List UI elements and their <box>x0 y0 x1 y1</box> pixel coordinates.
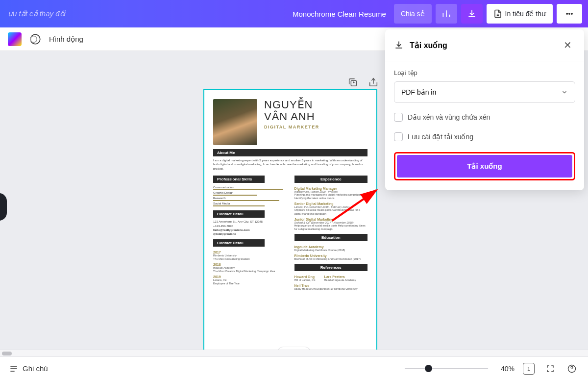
share-button[interactable]: Chia sẻ <box>394 4 432 24</box>
edu-desc: Digital Marketing Certificate Course (20… <box>294 249 368 252</box>
ref-role: HR of Larana, Inc <box>294 279 316 282</box>
canvas-page[interactable]: NGUYỄNVÂN ANH DIGITAL MARKETER About Me … <box>203 89 377 356</box>
award-year: 2019 <box>213 275 287 279</box>
panel-title: Tải xuống <box>410 41 554 50</box>
fullscreen-icon <box>546 364 555 373</box>
award-desc: The Most Creative Digital Marketing Camp… <box>213 270 287 273</box>
chart-icon <box>441 9 451 19</box>
job-desc: Organize all social media posts Contribu… <box>294 208 368 215</box>
job-desc: Help organize all social media posts Hel… <box>294 224 368 231</box>
horizontal-scrollbar[interactable] <box>0 350 588 356</box>
document-icon <box>493 9 502 18</box>
close-button[interactable]: ✕ <box>560 37 575 53</box>
edu-desc: Bachelor of Art in Marketing and Communi… <box>294 257 368 261</box>
skill-item: Social Media <box>213 202 287 206</box>
award-year: 2017 <box>213 251 287 254</box>
download-highlight: Tải xuống <box>394 152 575 180</box>
section-references: References <box>294 264 368 271</box>
section-about: About Me <box>213 149 368 156</box>
help-icon <box>567 364 577 374</box>
skill-item: Research <box>213 197 287 201</box>
ref-name: Howard Ong <box>294 275 316 279</box>
checkbox-icon <box>394 132 403 141</box>
chevron-down-icon <box>561 89 568 96</box>
side-panel-handle[interactable] <box>0 193 7 221</box>
svg-point-0 <box>30 34 40 44</box>
notes-icon <box>9 364 19 374</box>
export-page-button[interactable] <box>367 76 380 89</box>
print-button[interactable]: In tiêu đề thư <box>487 4 553 24</box>
award-org: Larana, Inc <box>213 279 287 282</box>
analytics-button[interactable] <box>436 4 457 24</box>
download-submit-button[interactable]: Tải xuống <box>397 155 572 177</box>
filetype-label: Loại tệp <box>394 69 575 76</box>
section-contact: Contact Detail <box>213 210 265 218</box>
fullscreen-button[interactable] <box>543 361 558 376</box>
section-contact2: Contact Detail <box>213 239 265 247</box>
contact-line: +123-456-7890 <box>213 224 287 228</box>
resume-role: DIGITAL MARKETER <box>264 125 319 129</box>
ref-role: aculty Head of Art Department of Rimberi… <box>294 287 368 291</box>
award-desc: The Most Outstanding Student <box>213 257 287 261</box>
section-skills: Professional Skills <box>213 176 265 183</box>
skill-item: Graphic Design <box>213 191 287 196</box>
resume-photo <box>213 99 257 145</box>
animation-label: Hình động <box>49 35 83 44</box>
save-status: ưu tất cả thay đổi <box>6 9 289 18</box>
contact-line: 123 Anywhere St., Any City, ST 12345 <box>213 220 287 224</box>
section-experience: Experience <box>294 176 368 183</box>
animation-icon[interactable] <box>28 32 42 46</box>
download-icon <box>467 9 477 19</box>
award-desc: Employee of The Year <box>213 282 287 285</box>
document-title[interactable]: Monochrome Clean Resume <box>293 10 386 18</box>
job-desc: Planning and managing the digital market… <box>294 193 368 200</box>
award-org: Ingoude Academy <box>213 266 287 270</box>
edu-title: Ingoude Academy <box>294 245 368 249</box>
job-title: Digital Marketing Manager <box>294 187 368 190</box>
job-title: Junior Digital Marketing <box>294 218 368 221</box>
about-text: I am a digital marketing expert with 5 y… <box>213 158 368 171</box>
contact-line: @reallygreatsite <box>213 232 287 236</box>
zoom-slider[interactable] <box>405 368 488 369</box>
award-org: Rimberio University <box>213 254 287 257</box>
filetype-select[interactable]: PDF bản in <box>394 81 575 103</box>
more-button[interactable]: ••• <box>557 4 582 24</box>
notes-button[interactable]: Ghi chú <box>9 364 48 374</box>
download-button[interactable] <box>461 4 483 24</box>
download-panel: Tải xuống ✕ Loại tệp PDF bản in Dấu xén … <box>385 29 584 190</box>
help-button[interactable] <box>564 361 579 376</box>
skill-item: Communication <box>213 186 287 190</box>
zoom-value[interactable]: 40% <box>501 365 514 373</box>
download-icon <box>394 40 404 50</box>
contact-line: hello@reallygreatsite.com <box>213 228 287 232</box>
ref-name: Lars Peeters <box>324 275 356 279</box>
edu-title: Rimberio University <box>294 254 368 257</box>
job-title: Senior Digital Marketing <box>294 202 368 205</box>
page-count-button[interactable]: 1 <box>521 361 536 376</box>
svg-point-1 <box>30 36 37 42</box>
award-year: 2018 <box>213 263 287 266</box>
ref-role: Head of Ingoude Academy <box>324 279 356 282</box>
duplicate-page-button[interactable] <box>346 76 360 89</box>
resume-name: NGUYỄNVÂN ANH <box>264 99 319 123</box>
crop-checkbox[interactable]: Dấu xén và vùng chứa xén <box>394 113 575 122</box>
save-settings-checkbox[interactable]: Lưu cài đặt tải xuống <box>394 132 575 141</box>
checkbox-icon <box>394 113 403 122</box>
ref-name: Neil Tran <box>294 284 368 287</box>
color-picker[interactable] <box>8 32 22 46</box>
section-education: Education <box>294 234 368 241</box>
